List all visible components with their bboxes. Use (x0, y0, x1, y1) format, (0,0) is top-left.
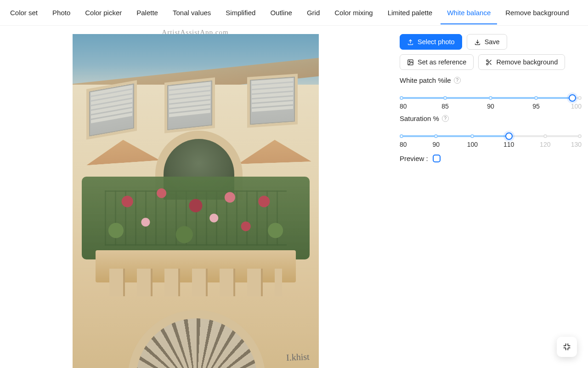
saturation-label: Saturation % ? (400, 115, 582, 122)
slider-tick-label: 100 (467, 141, 478, 148)
tab-outline[interactable]: Outline (264, 1, 299, 24)
tab-tonal-values[interactable]: Tonal values (166, 1, 217, 24)
tabs: Color set Photo Color picker Palette Ton… (0, 0, 588, 26)
slider-tick-label: 130 (571, 141, 582, 148)
slider-mark (534, 96, 538, 100)
image-pane: ArtistAssistApp.com I.khist (0, 26, 390, 368)
image-icon (407, 59, 414, 66)
fullscreen-exit-button[interactable] (557, 337, 577, 357)
slider-mark (434, 134, 438, 138)
tab-palette[interactable]: Palette (130, 1, 164, 24)
slider-mark (578, 96, 582, 100)
compress-icon (563, 343, 571, 351)
svg-line-6 (488, 61, 489, 62)
save-button[interactable]: Save (467, 34, 507, 50)
slider-tick-label: 90 (432, 141, 440, 148)
slider-tick-label: 120 (540, 141, 550, 148)
slider-tick-label: 85 (441, 103, 449, 110)
slider-mark (443, 96, 447, 100)
image-signature: I.khist (286, 351, 310, 363)
slider-mark (578, 134, 582, 138)
svg-point-2 (486, 59, 488, 61)
slider-mark (489, 96, 492, 100)
tab-color-set[interactable]: Color set (4, 1, 44, 24)
svg-point-1 (409, 61, 410, 62)
preview-checkbox[interactable] (433, 155, 441, 162)
white-patch-label: White patch %ile ? (400, 76, 582, 84)
upload-icon (407, 39, 414, 46)
slider-tick-label: 100 (571, 103, 582, 110)
remove-background-button[interactable]: Remove background (478, 54, 565, 70)
tab-grid[interactable]: Grid (300, 1, 326, 24)
saturation-slider[interactable]: 8090100110120130 (400, 125, 582, 146)
slider-mark (400, 134, 403, 138)
svg-point-3 (486, 63, 488, 65)
download-icon (474, 39, 481, 46)
reference-image[interactable]: I.khist (73, 34, 319, 368)
help-icon[interactable]: ? (454, 77, 461, 84)
preview-label: Preview : (400, 155, 428, 162)
svg-line-5 (490, 63, 491, 64)
select-photo-button[interactable]: Select photo (400, 34, 462, 50)
set-reference-button[interactable]: Set as reference (400, 54, 474, 70)
slider-mark (470, 134, 474, 138)
tab-color-mixing[interactable]: Color mixing (328, 1, 379, 24)
tab-color-picker[interactable]: Color picker (79, 1, 128, 24)
tab-simplified[interactable]: Simplified (219, 1, 262, 24)
scissors-icon (486, 59, 492, 66)
slider-mark (400, 96, 403, 100)
white-patch-slider[interactable]: 80859095100 (400, 87, 582, 108)
help-icon[interactable]: ? (442, 115, 449, 122)
slider-tick-label: 95 (532, 103, 540, 110)
tab-limited-palette[interactable]: Limited palette (381, 1, 439, 24)
tab-photo[interactable]: Photo (46, 1, 77, 24)
slider-mark (543, 134, 547, 138)
controls-panel: Select photo Save Set as reference Remov… (390, 26, 588, 368)
tab-white-balance[interactable]: White balance (441, 1, 497, 24)
slider-tick-label: 80 (400, 103, 407, 110)
slider-tick-label: 80 (400, 141, 407, 148)
slider-tick-label: 90 (487, 103, 494, 110)
slider-handle[interactable] (505, 132, 513, 140)
slider-tick-label: 110 (503, 141, 514, 148)
slider-handle[interactable] (569, 94, 576, 102)
tab-remove-background[interactable]: Remove background (499, 1, 575, 24)
